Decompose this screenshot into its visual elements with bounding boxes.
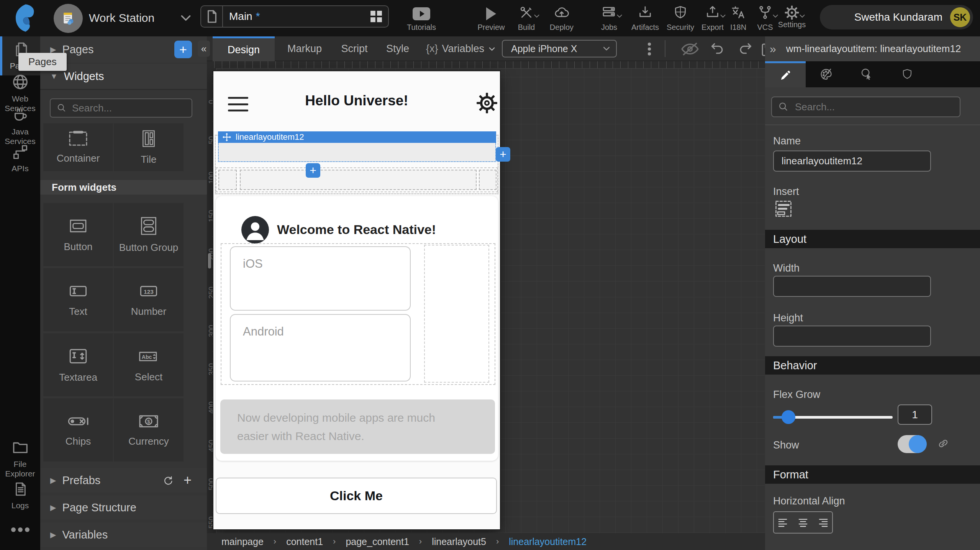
empty-layout-column[interactable]: [424, 245, 489, 383]
breadcrumb-item-current[interactable]: linearlayoutitem12: [509, 536, 587, 547]
click-me-button[interactable]: Click Me: [216, 478, 497, 514]
breadcrumb-item[interactable]: linearlayout5: [432, 536, 486, 547]
tab-markup[interactable]: Markup: [284, 36, 326, 61]
horizontal-align-group: [773, 511, 833, 534]
android-textarea[interactable]: Android: [230, 314, 411, 381]
widget-tile-textarea[interactable]: Textarea: [43, 333, 113, 396]
left-panel-collapse-button[interactable]: «: [198, 41, 210, 57]
flex-grow-slider[interactable]: [773, 410, 893, 424]
align-right-icon: [816, 517, 829, 528]
tab-styles[interactable]: [806, 61, 846, 87]
insert-right-plus-button[interactable]: +: [496, 147, 510, 162]
horizontal-align-label: Horizontal Align: [773, 495, 845, 507]
show-toggle[interactable]: [898, 435, 926, 453]
widget-tile-select[interactable]: Abc Select: [114, 333, 184, 396]
breadcrumb-item[interactable]: content1: [286, 536, 323, 547]
tab-style[interactable]: Style: [382, 36, 413, 61]
kebab-menu-icon[interactable]: [647, 42, 652, 56]
widget-tile-container[interactable]: Container: [43, 123, 113, 171]
prefabs-add-icon[interactable]: +: [184, 472, 192, 488]
tab-script[interactable]: Script: [337, 36, 372, 61]
name-input[interactable]: [773, 151, 931, 172]
prefabs-refresh-icon[interactable]: [162, 475, 174, 486]
rail-item-logs[interactable]: Logs: [0, 481, 40, 510]
wavemaker-logo-icon[interactable]: [11, 3, 41, 33]
redo-icon[interactable]: [736, 42, 753, 57]
widget-tile-button-group[interactable]: Button Group: [114, 203, 184, 266]
widget-tile-tile[interactable]: Tile: [114, 123, 184, 171]
widget-tile-chips[interactable]: Chips: [43, 398, 113, 462]
pages-grid-icon[interactable]: [370, 10, 383, 23]
align-center-button[interactable]: [796, 517, 810, 528]
undo-icon[interactable]: [710, 42, 726, 57]
ios-textarea[interactable]: iOS: [230, 246, 411, 311]
selected-widget-body[interactable]: [218, 143, 496, 162]
button-icon: [67, 216, 89, 236]
rail-item-file-explorer[interactable]: FileExplorer: [0, 439, 40, 478]
panel-collapse-right-icon[interactable]: »: [770, 43, 776, 56]
design-canvas[interactable]: 050100150200250300350400450500550 Hello …: [207, 61, 765, 533]
web-services-globe-icon: [11, 73, 29, 91]
tab-events[interactable]: [846, 61, 887, 87]
topbar-item-tutorials[interactable]: Tutorials: [400, 4, 442, 32]
widget-search-input[interactable]: [71, 102, 188, 115]
add-page-button[interactable]: +: [174, 41, 192, 58]
flex-grow-value[interactable]: 1: [898, 404, 932, 425]
canvas-scrollbar[interactable]: [208, 253, 211, 268]
properties-search[interactable]: [771, 97, 960, 117]
project-chevron-down-icon[interactable]: [179, 11, 192, 25]
align-right-button[interactable]: [816, 517, 829, 528]
layout-cell-left[interactable]: [218, 170, 237, 190]
top-bar: Work Station Main * Tutorials Preview Bu…: [0, 0, 980, 36]
layout-section-header[interactable]: Layout: [765, 230, 980, 248]
dashed-container[interactable]: iOS Android: [221, 243, 495, 385]
breadcrumb: mainpage› content1› page_content1› linea…: [207, 533, 765, 550]
page-structure-section-header[interactable]: ▶ Page Structure: [40, 495, 207, 520]
height-label: Height: [773, 312, 803, 324]
app-gear-icon[interactable]: [476, 92, 498, 114]
note-text-block[interactable]: Now developing mobile apps are much easi…: [220, 399, 495, 454]
preview-play-icon: [486, 7, 496, 20]
slider-thumb[interactable]: [782, 410, 795, 424]
tutorials-youtube-icon: [413, 7, 430, 20]
height-input[interactable]: [773, 326, 931, 347]
widget-search[interactable]: [50, 98, 192, 118]
behavior-section-header[interactable]: Behavior: [765, 356, 980, 375]
project-avatar[interactable]: [54, 4, 83, 33]
tab-variables[interactable]: {x} Variables: [424, 36, 497, 61]
phone-preview[interactable]: Hello Universe! linearlayoutitem12 + +: [213, 71, 500, 529]
topbar-item-deploy[interactable]: Deploy: [541, 4, 583, 32]
topbar-item-settings[interactable]: [771, 4, 813, 20]
layout-cell-middle[interactable]: [240, 170, 477, 190]
width-input[interactable]: [773, 276, 931, 297]
tab-properties[interactable]: [765, 61, 806, 87]
bind-link-icon[interactable]: [937, 437, 950, 450]
tab-design[interactable]: Design: [213, 36, 275, 61]
properties-search-input[interactable]: [794, 101, 949, 113]
widget-tile-currency[interactable]: $ Currency: [114, 398, 184, 462]
breadcrumb-item[interactable]: page_content1: [346, 536, 409, 547]
variables-section-header[interactable]: ▶ Variables: [40, 522, 207, 547]
format-section-header[interactable]: Format: [765, 465, 980, 484]
form-widgets-header: Form widgets: [40, 180, 207, 195]
linearlayout-row[interactable]: [216, 167, 498, 192]
prefabs-section-header[interactable]: ▶ Prefabs +: [40, 468, 207, 493]
breadcrumb-item[interactable]: mainpage: [221, 536, 264, 547]
widget-tile-number[interactable]: 123 Number: [114, 268, 184, 331]
device-select[interactable]: Apple iPhone X: [502, 40, 617, 57]
align-left-button[interactable]: [777, 517, 790, 528]
insert-below-plus-button[interactable]: +: [306, 163, 320, 178]
project-name[interactable]: Work Station: [89, 11, 154, 25]
open-page-tab[interactable]: Main *: [200, 5, 389, 28]
preview-hidden-eye-off-icon[interactable]: [680, 42, 700, 56]
widget-tile-button[interactable]: Button: [43, 203, 113, 266]
tab-security[interactable]: [887, 61, 928, 87]
selected-widget-bar[interactable]: linearlayoutitem12: [218, 131, 496, 143]
user-menu[interactable]: Swetha Kundaram SK: [820, 5, 973, 29]
widget-tile-text[interactable]: Text: [43, 268, 113, 331]
rail-item-java-services[interactable]: JavaServices: [0, 106, 40, 146]
rail-item-more[interactable]: [0, 527, 40, 533]
insert-linearlayout-icon[interactable]: [774, 200, 793, 218]
layout-cell-right[interactable]: [479, 170, 497, 190]
rail-item-apis[interactable]: APIs: [0, 144, 40, 173]
